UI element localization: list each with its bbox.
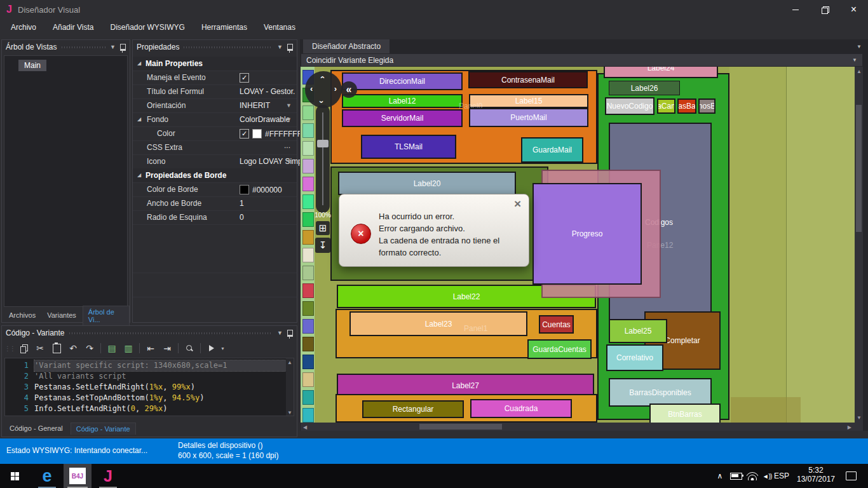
prop-value[interactable]: INHERIT (240, 101, 270, 110)
prop-row-orientacion[interactable]: Orientación INHERIT ▼ (133, 98, 297, 113)
chevron-down-icon[interactable]: ▼ (277, 330, 283, 336)
palette-swatch[interactable] (302, 372, 314, 387)
run-icon[interactable] (204, 342, 219, 355)
close-button[interactable]: × (839, 0, 868, 19)
prop-value[interactable]: LOVAY - Gestor. (240, 87, 295, 96)
canvas-control-progreso[interactable]: Progreso (532, 183, 642, 285)
prop-value[interactable]: 0 (240, 213, 244, 222)
scroll-up-icon[interactable]: ▲ (287, 360, 292, 365)
undo-icon[interactable]: ↶ (65, 342, 81, 355)
palette-swatch[interactable] (302, 283, 314, 298)
minimize-button[interactable] (781, 0, 810, 19)
scroll-right-icon[interactable]: ▶ (848, 424, 851, 430)
code-panel-header[interactable]: Código - Variante ▼ (2, 326, 297, 340)
dialog-close-icon[interactable]: × (514, 197, 521, 211)
menu-anadir-vista[interactable]: Añadir Vista (44, 20, 102, 35)
pin-icon[interactable] (287, 330, 293, 337)
canvas-control-btnbarras[interactable]: BtnBarras (649, 403, 721, 425)
canvas-control-puertomail[interactable]: PuertoMail (469, 108, 588, 127)
palette-swatch[interactable] (302, 266, 314, 280)
palette-swatch[interactable] (302, 230, 314, 245)
ellipsis-button[interactable]: ... (284, 141, 290, 150)
canvas-control-nuevocodigo[interactable]: NuevoCodigo (605, 97, 654, 115)
cut-icon[interactable]: ✂ (32, 342, 48, 355)
variant-combobox[interactable]: Coincidir Variante Elegida ▼ (301, 53, 863, 67)
canvas-control-rectangular[interactable]: Rectangular (362, 400, 464, 418)
palette-swatch[interactable] (302, 159, 314, 173)
expander-icon[interactable]: ◢ (137, 60, 141, 66)
zoom-slider[interactable] (316, 105, 330, 213)
code-line[interactable]: Pestanas.SetTopAndBottom(1%y, 94.5%y) (34, 393, 286, 403)
comment-icon[interactable]: ▤ (104, 342, 119, 355)
palette-swatch[interactable] (302, 248, 314, 262)
error-dialog[interactable]: × × Ha ocurrido un error. Error cargando… (339, 194, 529, 267)
collapse-button[interactable]: « (341, 81, 357, 98)
chevron-down-icon[interactable]: ▼ (286, 102, 292, 109)
prop-row-css-extra[interactable]: CSS Extra ... (133, 140, 297, 155)
search-icon[interactable] (182, 342, 197, 355)
tree-panel-header[interactable]: Árbol de Vistas ▼ (2, 40, 130, 54)
pan-control[interactable]: › ‹ › › (305, 71, 342, 108)
chevron-down-icon[interactable]: ▼ (110, 44, 116, 50)
checkbox-checked-icon[interactable]: ✓ (240, 73, 249, 83)
tab-codigo-general[interactable]: Código - General (4, 423, 68, 434)
scroll-down-icon[interactable]: ▼ (857, 415, 862, 421)
prop-row-color[interactable]: Color ✓ #FFFFFFFF (133, 126, 297, 141)
palette-swatch[interactable] (302, 301, 314, 316)
redo-icon[interactable]: ↷ (82, 342, 97, 355)
color-swatch[interactable] (240, 185, 249, 194)
canvas-hscrollbar[interactable]: ◀ ▶ (301, 423, 863, 431)
color-swatch[interactable] (252, 129, 262, 139)
canvas-control-correlativo[interactable]: Correlativo (606, 344, 663, 371)
canvas-control-label23[interactable]: Label23 (349, 311, 527, 336)
palette-swatch[interactable] (302, 177, 314, 191)
prop-row-corner-radius[interactable]: Radio de Esquina 0 (133, 210, 297, 225)
slider-thumb[interactable] (317, 140, 329, 147)
checkbox-checked-icon[interactable]: ✓ (240, 129, 249, 139)
scroll-up-icon[interactable]: ▲ (857, 69, 862, 74)
code-line[interactable]: 'All variants script (34, 371, 286, 382)
prop-row-fondo[interactable]: ◢ Fondo ColorDrawable ▼ (133, 112, 297, 127)
scroll-down-icon[interactable]: ▼ (287, 410, 292, 416)
tab-arbol-de-vistas[interactable]: Árbol de Vi... (83, 306, 130, 325)
prop-value[interactable]: 1 (240, 199, 244, 208)
canvas-panel-mail[interactable]: DireccionMail ContrasenaMail Label12 Lab… (330, 70, 597, 164)
prop-value[interactable]: #000000 (252, 186, 282, 194)
canvas-control-asba[interactable]: asBa (677, 98, 696, 114)
tab-archivos[interactable]: Archivos (4, 309, 41, 321)
canvas-control-label15[interactable]: Label15 (469, 94, 588, 108)
tray-chevron-icon[interactable]: ∧ (713, 464, 727, 488)
palette-swatch[interactable] (302, 105, 314, 120)
palette-swatch[interactable] (302, 408, 314, 423)
start-button[interactable] (0, 464, 29, 488)
menu-ventanas[interactable]: Ventanas (255, 20, 304, 35)
prop-value[interactable]: Logo LOVAY Simp (240, 157, 302, 166)
canvas-control-cuadrada[interactable]: Cuadrada (470, 399, 572, 418)
paste-icon[interactable] (49, 342, 64, 355)
chevron-down-icon[interactable]: ▼ (852, 57, 857, 63)
prop-group-borde[interactable]: ◢ Propiedades de Borde (133, 168, 297, 183)
prop-row-titulo[interactable]: Título del Formul LOVAY - Gestor. (133, 85, 297, 99)
expander-icon[interactable]: ◢ (137, 116, 141, 122)
action-center-icon[interactable] (841, 464, 860, 488)
fit-view-button[interactable]: ⊞ (316, 221, 330, 235)
chevron-down-icon[interactable]: ▼ (286, 158, 292, 165)
restore-button[interactable] (810, 0, 839, 19)
prop-row-icono[interactable]: Icono Logo LOVAY Simp ▼ (133, 154, 297, 169)
pan-right-icon[interactable]: › (334, 84, 337, 93)
chevron-down-icon[interactable]: ▼ (277, 44, 283, 50)
canvas-control-label12[interactable]: Label12 (342, 94, 463, 108)
code-line[interactable]: Info.SetLeftAndRight(0, 29%x) (34, 403, 286, 414)
chevron-down-icon[interactable]: ▼ (857, 44, 862, 50)
wifi-icon[interactable] (745, 464, 760, 488)
pan-down-icon[interactable]: › (317, 100, 327, 103)
export-button[interactable]: ↧ (315, 238, 330, 253)
code-editor[interactable]: 12345 'Variant specific script: 1340x680… (4, 358, 294, 416)
canvas-control-servidormail[interactable]: ServidorMail (342, 109, 463, 127)
canvas-panel-formas[interactable]: Rectangular Cuadrada (336, 394, 597, 423)
canvas-control-label26[interactable]: Label26 (609, 81, 680, 95)
code-lines[interactable]: 'Variant specific script: 1340x680,scale… (34, 360, 286, 414)
taskbar-edge[interactable]: e (33, 464, 61, 488)
tree-item-main[interactable]: Main (18, 60, 46, 71)
language-indicator[interactable]: ESP (770, 464, 793, 488)
